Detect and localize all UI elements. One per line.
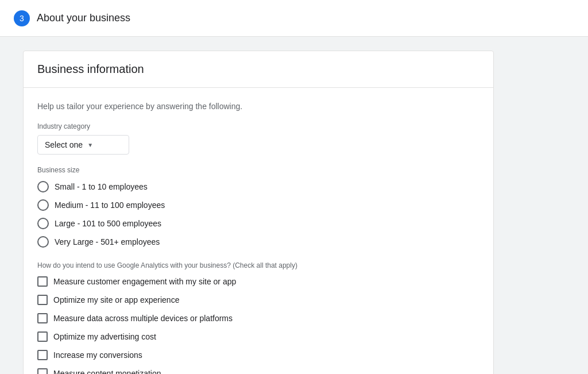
radio-bold-large: Large [55,219,75,228]
usage-section: How do you intend to use Google Analytic… [37,261,479,374]
radio-desc-very-large: - 501+ employees [94,237,160,246]
usage-checkbox-group: Measure customer engagement with my site… [37,276,479,374]
radio-desc-small: - 1 to 10 employees [75,182,148,191]
card-header: Business information [24,51,493,88]
business-size-section: Business size Small - 1 to 10 employees … [37,166,479,248]
card-title: Business information [37,63,479,76]
radio-label-small: Small - 1 to 10 employees [55,182,148,191]
business-size-label: Business size [37,166,479,174]
checkbox-label-conversions: Increase my conversions [53,350,142,360]
industry-category-label: Industry category [37,122,479,130]
radio-bold-small: Small [55,182,75,191]
radio-item-medium[interactable]: Medium - 11 to 100 employees [37,199,479,211]
radio-circle-medium [37,199,49,211]
business-size-radio-group: Small - 1 to 10 employees Medium - 11 to… [37,181,479,248]
checkbox-label-multi-device: Measure data across multiple devices or … [53,314,233,323]
checkbox-box-engagement [37,276,48,287]
checkbox-box-multi-device [37,313,48,323]
step-badge: 3 [14,10,30,26]
dropdown-arrow-icon: ▼ [87,142,93,148]
radio-bold-very-large: Very Large [55,237,94,246]
page-title: About your business [37,12,130,24]
checkbox-label-engagement: Measure customer engagement with my site… [53,277,236,286]
top-bar: 3 About your business [0,0,588,37]
content-area: Business information Help us tailor your… [0,37,517,374]
radio-item-very-large[interactable]: Very Large - 501+ employees [37,236,479,248]
card-body: Help us tailor your experience by answer… [24,88,493,374]
checkbox-item-engagement[interactable]: Measure customer engagement with my site… [37,276,479,287]
checkbox-item-optimize-experience[interactable]: Optimize my site or app experience [37,295,479,305]
checkbox-label-advertising-cost: Optimize my advertising cost [53,332,156,341]
radio-label-very-large: Very Large - 501+ employees [55,237,160,246]
checkbox-label-optimize-experience: Optimize my site or app experience [53,295,179,304]
business-info-card: Business information Help us tailor your… [23,51,494,374]
checkbox-item-multi-device[interactable]: Measure data across multiple devices or … [37,313,479,323]
radio-circle-large [37,218,49,229]
radio-circle-very-large [37,236,49,248]
checkbox-label-monetization: Measure content monetization [53,369,161,374]
checkbox-item-monetization[interactable]: Measure content monetization [37,368,479,374]
checkbox-box-advertising-cost [37,331,48,342]
industry-category-select[interactable]: Select one ▼ [37,135,129,155]
radio-desc-large: - 101 to 500 employees [75,219,161,228]
radio-label-medium: Medium - 11 to 100 employees [55,201,165,210]
select-value: Select one [45,140,83,149]
radio-item-small[interactable]: Small - 1 to 10 employees [37,181,479,192]
industry-category-field: Industry category Select one ▼ [37,122,479,155]
checkbox-item-conversions[interactable]: Increase my conversions [37,350,479,360]
radio-item-large[interactable]: Large - 101 to 500 employees [37,218,479,229]
checkbox-box-conversions [37,350,48,360]
checkbox-box-monetization [37,368,48,374]
radio-desc-medium: - 11 to 100 employees [83,201,165,210]
usage-question: How do you intend to use Google Analytic… [37,261,479,269]
checkbox-item-advertising-cost[interactable]: Optimize my advertising cost [37,331,479,342]
checkbox-box-optimize-experience [37,295,48,305]
radio-label-large: Large - 101 to 500 employees [55,219,161,228]
help-text: Help us tailor your experience by answer… [37,102,479,111]
radio-circle-small [37,181,49,192]
radio-bold-medium: Medium [55,201,83,210]
